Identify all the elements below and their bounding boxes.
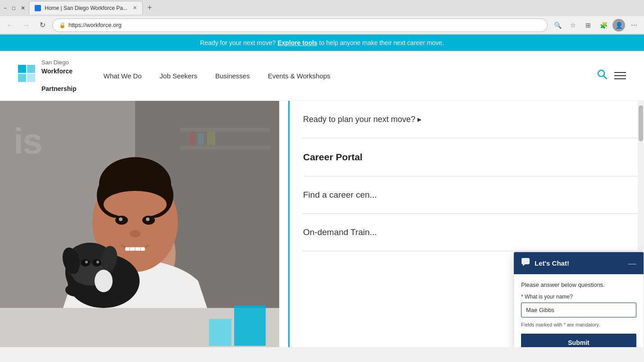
panel-item-ready[interactable]: Ready to plan your next move? ▸: [303, 110, 644, 138]
scrollbar-thumb[interactable]: [639, 105, 643, 141]
nav-actions: [597, 69, 626, 82]
panel-item-ondemand[interactable]: On-demand Train...: [303, 214, 644, 251]
deco-block-small: [209, 319, 231, 346]
new-tab-button[interactable]: +: [145, 1, 155, 14]
panel-career-portal-title: Career Portal: [303, 152, 644, 163]
hero-photo: is: [0, 101, 279, 347]
chat-header: Let's Chat! —: [514, 252, 644, 274]
announcement-link[interactable]: Explore tools: [277, 39, 317, 46]
site-header: San DiegoWorkforcePartnership What We Do…: [0, 51, 644, 101]
logo-text: San DiegoWorkforcePartnership: [41, 58, 77, 93]
browser-chrome: − □ ✕ Home | San Diego Workforce Pa... ✕…: [0, 0, 644, 35]
announcement-text-before: Ready for your next move?: [200, 39, 276, 46]
nav-what-we-do[interactable]: What We Do: [104, 72, 142, 80]
svg-point-26: [130, 230, 141, 237]
chat-name-input[interactable]: [521, 303, 636, 317]
svg-point-41: [84, 267, 98, 276]
svg-rect-9: [180, 128, 270, 131]
chat-minimize-button[interactable]: —: [628, 259, 636, 267]
svg-line-5: [604, 76, 607, 79]
svg-point-40: [96, 261, 99, 263]
tab-close-button[interactable]: ✕: [133, 5, 137, 11]
close-button[interactable]: ✕: [21, 5, 25, 11]
url-display: https://workforce.org: [68, 22, 541, 28]
window-controls: − □ ✕: [4, 5, 25, 11]
menu-line-2: [614, 75, 626, 76]
nav-job-seekers[interactable]: Job Seekers: [160, 72, 197, 80]
svg-point-25: [146, 217, 150, 221]
panel-ondemand-title: On-demand Train...: [303, 227, 644, 237]
logo-area[interactable]: San DiegoWorkforcePartnership: [18, 58, 77, 93]
svg-marker-45: [523, 264, 525, 266]
chat-submit-button[interactable]: Submit: [521, 334, 636, 347]
bookmark-star-button[interactable]: ☆: [567, 19, 579, 32]
chat-bubble-icon: [521, 258, 530, 269]
main-nav: What We Do Job Seekers Businesses Events…: [104, 72, 597, 80]
chat-body: Please answer below questions. * What is…: [514, 274, 644, 347]
forward-button[interactable]: →: [20, 19, 32, 32]
hero-image-area: is: [0, 101, 279, 347]
svg-point-43: [65, 283, 88, 297]
panel-find-center-title: Find a career cen...: [303, 190, 644, 200]
menu-line-3: [614, 78, 626, 79]
back-button[interactable]: ←: [4, 19, 16, 32]
svg-rect-0: [18, 65, 26, 73]
hero-decorative-blocks: [209, 305, 266, 346]
reload-button[interactable]: ↻: [36, 19, 49, 32]
svg-rect-11: [189, 132, 196, 145]
chat-widget: Let's Chat! — Please answer below questi…: [513, 252, 644, 347]
active-tab[interactable]: Home | San Diego Workforce Pa... ✕: [29, 1, 143, 14]
deco-block-large: [234, 305, 266, 346]
main-content: is Ready to plan your next move? ▸ Caree…: [0, 101, 644, 347]
svg-point-24: [119, 217, 122, 221]
hero-text-overlay: is: [14, 123, 42, 159]
chat-title: Let's Chat!: [535, 259, 624, 267]
title-bar: − □ ✕ Home | San Diego Workforce Pa... ✕…: [0, 0, 644, 16]
tab-favicon: [35, 5, 41, 11]
svg-rect-3: [27, 74, 35, 82]
svg-rect-13: [207, 131, 215, 145]
collections-button[interactable]: ⊞: [582, 19, 594, 32]
minimize-button[interactable]: −: [4, 5, 7, 11]
svg-point-42: [95, 270, 113, 292]
svg-rect-1: [27, 65, 35, 73]
website-content: Ready for your next move? Explore tools …: [0, 35, 644, 347]
nav-businesses[interactable]: Businesses: [215, 72, 250, 80]
svg-rect-10: [180, 146, 270, 149]
announcement-text-after: to help anyone make their next career mo…: [319, 39, 444, 46]
url-input-box[interactable]: 🔒 https://workforce.org: [52, 18, 548, 32]
tab-title: Home | San Diego Workforce Pa...: [45, 5, 127, 11]
svg-point-39: [85, 261, 88, 263]
zoom-button[interactable]: 🔍: [551, 19, 564, 32]
svg-rect-12: [198, 133, 204, 145]
hamburger-menu-button[interactable]: [614, 72, 626, 79]
security-lock-icon: 🔒: [59, 22, 66, 28]
panel-item-career-portal[interactable]: Career Portal: [303, 138, 644, 176]
svg-rect-44: [522, 258, 530, 264]
extensions-button[interactable]: 🧩: [597, 19, 610, 32]
maximize-button[interactable]: □: [12, 5, 15, 11]
browser-actions: 🔍 ☆ ⊞ 🧩 👤 ⋯: [551, 19, 640, 32]
logo-icon: [18, 65, 37, 86]
profile-avatar[interactable]: 👤: [612, 19, 625, 32]
chat-field-label: * What is your name?: [521, 294, 636, 300]
menu-line-1: [614, 72, 626, 73]
svg-point-21: [104, 191, 167, 218]
chat-instruction: Please answer below questions.: [521, 281, 636, 288]
panel-ready-title: Ready to plan your next move? ▸: [303, 114, 644, 124]
settings-more-button[interactable]: ⋯: [628, 19, 640, 32]
nav-events-workshops[interactable]: Events & Workshops: [268, 72, 331, 80]
chat-mandatory-note: Fields marked with * are mandatory.: [521, 322, 636, 327]
svg-rect-2: [18, 74, 26, 82]
search-button[interactable]: [597, 69, 607, 82]
announcement-bar: Ready for your next move? Explore tools …: [0, 35, 644, 51]
address-bar: ← → ↻ 🔒 https://workforce.org 🔍 ☆ ⊞ 🧩 👤 …: [0, 16, 644, 34]
panel-item-find-center[interactable]: Find a career cen...: [303, 176, 644, 214]
